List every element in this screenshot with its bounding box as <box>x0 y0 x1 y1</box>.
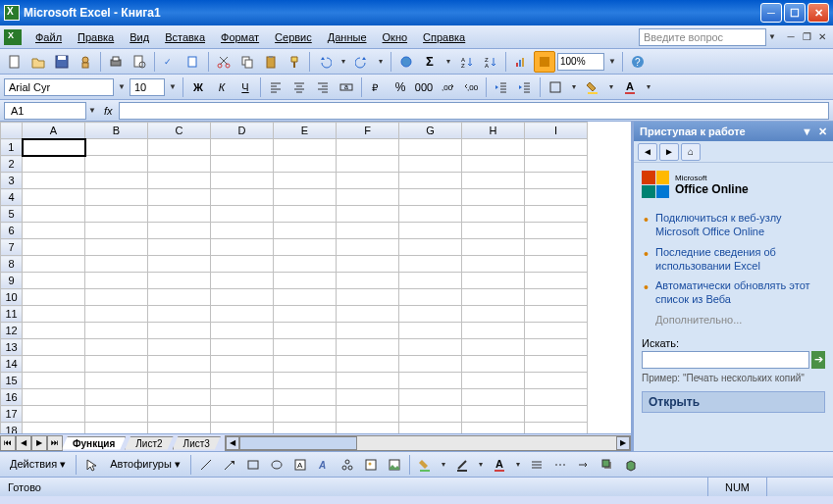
cell-A15[interactable] <box>23 373 85 389</box>
cell-H5[interactable] <box>462 206 525 223</box>
cell-B15[interactable] <box>85 373 148 389</box>
cell-C6[interactable] <box>148 223 211 239</box>
cell-A9[interactable] <box>23 273 85 289</box>
cell-C12[interactable] <box>148 323 211 339</box>
cell-E10[interactable] <box>274 289 337 306</box>
insert-function-button[interactable]: fx <box>104 105 113 117</box>
cell-F7[interactable] <box>337 239 399 256</box>
picture-button[interactable] <box>384 454 405 476</box>
print-preview-button[interactable] <box>129 51 150 73</box>
horizontal-scrollbar[interactable]: ◀ ▶ <box>225 435 631 451</box>
col-header-H[interactable]: H <box>462 123 525 139</box>
cell-I13[interactable] <box>525 339 588 356</box>
cell-C7[interactable] <box>148 239 211 256</box>
cell-G8[interactable] <box>399 256 462 273</box>
comma-style-button[interactable]: 000 <box>413 76 435 98</box>
forward-button[interactable]: ► <box>659 143 679 161</box>
cell-D2[interactable] <box>211 156 274 173</box>
select-all-corner[interactable] <box>1 123 23 139</box>
row-header-9[interactable]: 9 <box>1 273 23 289</box>
cell-A17[interactable] <box>23 406 85 423</box>
cell-A8[interactable] <box>23 256 85 273</box>
cell-A1[interactable] <box>23 139 85 156</box>
increase-decimal-button[interactable]: ,00 <box>437 76 458 98</box>
zoom-dropdown[interactable]: ▼ <box>606 57 618 66</box>
cell-B8[interactable] <box>85 256 148 273</box>
cell-F14[interactable] <box>337 356 399 373</box>
cell-G16[interactable] <box>399 389 462 406</box>
cell-H18[interactable] <box>462 423 525 434</box>
borders-button[interactable] <box>545 76 566 98</box>
dash-style-button[interactable] <box>549 454 571 476</box>
draw-actions-menu[interactable]: Действия ▾ <box>4 456 72 473</box>
paste-button[interactable] <box>260 51 282 73</box>
cell-G7[interactable] <box>399 239 462 256</box>
maximize-button[interactable]: ☐ <box>784 3 806 23</box>
cell-F16[interactable] <box>337 389 399 406</box>
cell-A18[interactable] <box>23 423 85 434</box>
sort-asc-button[interactable]: AZ <box>456 51 478 73</box>
undo-dropdown[interactable]: ▾ <box>338 57 349 66</box>
copy-button[interactable] <box>236 51 258 73</box>
cell-C1[interactable] <box>148 139 211 156</box>
cell-D1[interactable] <box>211 139 274 156</box>
sheet-tab-0[interactable]: Функция <box>62 436 126 450</box>
cell-A14[interactable] <box>23 356 85 373</box>
font-name-box[interactable]: Arial Cyr <box>4 78 114 96</box>
cell-F13[interactable] <box>337 339 399 356</box>
cell-F2[interactable] <box>337 156 399 173</box>
oval-button[interactable] <box>266 454 287 476</box>
currency-button[interactable]: ₽ <box>366 76 388 98</box>
cell-A10[interactable] <box>23 289 85 306</box>
cell-E15[interactable] <box>274 373 337 389</box>
cell-H2[interactable] <box>462 156 525 173</box>
cell-I18[interactable] <box>525 423 588 434</box>
increase-indent-button[interactable] <box>514 76 536 98</box>
cell-B5[interactable] <box>85 206 148 223</box>
menu-window[interactable]: Окно <box>375 29 416 45</box>
doc-restore-button[interactable]: ❐ <box>800 30 813 44</box>
col-header-I[interactable]: I <box>525 123 588 139</box>
cell-E9[interactable] <box>274 273 337 289</box>
col-header-D[interactable]: D <box>211 123 274 139</box>
cell-H9[interactable] <box>462 273 525 289</box>
search-go-button[interactable]: ➔ <box>811 351 825 369</box>
cell-H14[interactable] <box>462 356 525 373</box>
menu-view[interactable]: Вид <box>122 29 157 45</box>
cell-F1[interactable] <box>337 139 399 156</box>
percent-button[interactable]: % <box>390 76 411 98</box>
cell-G2[interactable] <box>399 156 462 173</box>
cell-H12[interactable] <box>462 323 525 339</box>
rectangle-button[interactable] <box>242 454 264 476</box>
row-header-7[interactable]: 7 <box>1 239 23 256</box>
cell-G9[interactable] <box>399 273 462 289</box>
tab-nav-prev[interactable]: ◀ <box>16 435 31 451</box>
cut-button[interactable] <box>213 51 234 73</box>
cell-I4[interactable] <box>525 189 588 206</box>
italic-button[interactable]: К <box>211 76 233 98</box>
cell-D5[interactable] <box>211 206 274 223</box>
menu-edit[interactable]: Правка <box>70 29 122 45</box>
sheet-tab-2[interactable]: Лист3 <box>173 436 221 450</box>
menu-data[interactable]: Данные <box>320 29 375 45</box>
cell-H13[interactable] <box>462 339 525 356</box>
cell-E12[interactable] <box>274 323 337 339</box>
cell-C5[interactable] <box>148 206 211 223</box>
cell-G1[interactable] <box>399 139 462 156</box>
ask-dropdown[interactable]: ▼ <box>766 32 778 41</box>
col-header-E[interactable]: E <box>274 123 337 139</box>
chart-wizard-button[interactable] <box>510 51 532 73</box>
row-header-17[interactable]: 17 <box>1 406 23 423</box>
cell-G18[interactable] <box>399 423 462 434</box>
font-color-draw-button[interactable]: A <box>489 454 510 476</box>
cell-I10[interactable] <box>525 289 588 306</box>
align-center-button[interactable] <box>288 76 310 98</box>
cell-I17[interactable] <box>525 406 588 423</box>
cell-D16[interactable] <box>211 389 274 406</box>
search-input[interactable] <box>642 351 809 369</box>
task-pane-close-icon[interactable]: ✕ <box>818 126 827 138</box>
row-header-1[interactable]: 1 <box>1 139 23 156</box>
cell-A16[interactable] <box>23 389 85 406</box>
spreadsheet-grid[interactable]: ABCDEFGHI123456789101112131415161718 <box>0 122 631 433</box>
col-header-G[interactable]: G <box>399 123 462 139</box>
